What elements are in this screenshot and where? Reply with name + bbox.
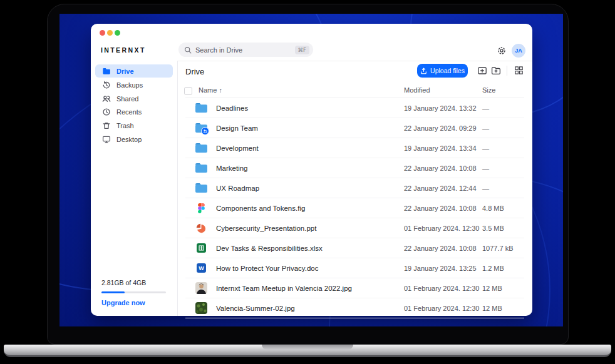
laptop-screen-bezel: INTERNXT Search in Drive ⌘F JA xyxy=(47,4,569,345)
table-row[interactable]: Internxt Team Meetup in Valencia 2022.jp… xyxy=(185,278,524,298)
upload-files-label: Upload files xyxy=(430,67,465,74)
excel-file-icon xyxy=(197,243,206,253)
close-window-button[interactable] xyxy=(100,30,105,36)
settings-button[interactable] xyxy=(497,46,507,56)
upload-files-button[interactable]: Upload files xyxy=(417,64,468,78)
file-modified: 01 February 2024. 12:30 xyxy=(404,305,479,312)
file-name: Development xyxy=(216,144,259,152)
select-all-checkbox[interactable] xyxy=(184,87,192,95)
search-shortcut-badge: ⌘F xyxy=(295,46,309,54)
search-icon xyxy=(184,46,192,54)
trash-icon xyxy=(102,121,111,130)
file-modified: 22 January 2024. 09:29 xyxy=(404,124,477,132)
file-modified: 22 January 2024. 10:08 xyxy=(404,245,477,252)
shared-badge-icon xyxy=(201,127,209,135)
gear-icon xyxy=(497,46,507,56)
upload-icon xyxy=(420,68,427,74)
table-row[interactable]: Design Team 22 January 2024. 09:29 — xyxy=(185,118,524,138)
file-size: 12 MB xyxy=(482,305,502,312)
topbar-divider xyxy=(177,61,532,61)
file-name: Marketing xyxy=(216,164,248,172)
file-size: — xyxy=(482,104,489,112)
table-row[interactable]: Dev Tasks & Responsibilities.xlsx 22 Jan… xyxy=(185,238,524,258)
sidebar-item-drive[interactable]: Drive xyxy=(95,64,173,78)
file-size: — xyxy=(482,185,489,192)
new-folder-icon xyxy=(491,66,501,76)
sidebar-item-shared[interactable]: Shared xyxy=(95,92,173,105)
figma-file-icon xyxy=(198,203,205,213)
powerpoint-file-icon xyxy=(196,223,206,233)
folder-icon xyxy=(195,183,208,193)
toolbar-divider xyxy=(507,66,507,76)
file-modified: 19 January 2024. 13:25 xyxy=(404,265,477,272)
folder-icon xyxy=(195,143,208,153)
people-icon xyxy=(102,94,111,103)
sidebar-item-label: Drive xyxy=(116,68,134,75)
sidebar-item-recents[interactable]: Recents xyxy=(95,105,173,118)
file-size: — xyxy=(482,124,489,132)
grid-view-icon xyxy=(514,66,524,75)
zoom-window-button[interactable] xyxy=(115,30,120,36)
column-header-modified[interactable]: Modified xyxy=(404,86,430,94)
new-folder-square-icon xyxy=(477,66,487,76)
file-modified: 19 January 2024. 13:32 xyxy=(404,104,477,112)
file-name: Dev Tasks & Responsibilities.xlsx xyxy=(216,245,323,252)
sidebar-item-trash[interactable]: Trash xyxy=(95,119,173,132)
sidebar-item-label: Backups xyxy=(116,81,143,89)
sidebar-item-backups[interactable]: Backups xyxy=(95,78,173,91)
file-name: Internxt Team Meetup in Valencia 2022.jp… xyxy=(216,285,352,292)
minimize-window-button[interactable] xyxy=(107,30,113,36)
file-name: Design Team xyxy=(216,124,258,132)
table-row[interactable]: Valencia-Summer-02.jpg 01 February 2024.… xyxy=(185,298,524,318)
file-size: 1.2 MB xyxy=(482,265,504,272)
table-row[interactable]: Development 19 January 2024. 13:34 — xyxy=(185,138,524,158)
laptop-lid-notch xyxy=(262,345,353,350)
storage-usage-text: 2.81GB of 4GB xyxy=(101,279,146,286)
upgrade-now-link[interactable]: Upgrade now xyxy=(101,299,145,306)
file-modified: 01 February 2024. 12:30 xyxy=(404,225,479,232)
file-size: 1077.7 kB xyxy=(482,245,514,252)
file-name: UX Roadmap xyxy=(216,185,259,192)
new-folder-square-button[interactable] xyxy=(477,66,487,76)
table-row[interactable]: Deadlines 19 January 2024. 13:32 — xyxy=(185,98,524,118)
table-row[interactable]: Components and Tokens.fig 22 January 202… xyxy=(185,198,524,218)
word-file-icon: W xyxy=(197,263,206,273)
file-name: How to Protect Your Privacy.doc xyxy=(216,265,318,272)
storage-progress-bar xyxy=(101,291,166,293)
avatar[interactable]: JA xyxy=(512,44,525,58)
new-folder-button[interactable] xyxy=(491,66,501,76)
table-row[interactable]: UX Roadmap 22 January 2024. 12:44 — xyxy=(185,178,524,198)
internxt-logo: INTERNXT xyxy=(101,46,146,54)
column-header-size[interactable]: Size xyxy=(482,86,495,94)
table-row[interactable]: Cybersecurity_Presentation.ppt 01 Februa… xyxy=(185,218,524,238)
file-modified: 01 February 2024. 12:30 xyxy=(404,285,479,292)
clock-icon xyxy=(102,108,111,116)
column-header-name[interactable]: Name ↑ xyxy=(199,86,222,94)
sidebar-divider xyxy=(177,61,178,316)
sidebar-item-label: Desktop xyxy=(116,136,142,143)
search-input[interactable]: Search in Drive ⌘F xyxy=(178,43,313,57)
file-size: — xyxy=(482,144,489,152)
folder-icon xyxy=(195,163,208,173)
sidebar-item-label: Trash xyxy=(116,122,134,129)
folder-icon xyxy=(102,67,111,76)
svg-text:W: W xyxy=(199,265,204,271)
table-row[interactable]: W How to Protect Your Privacy.doc 19 Jan… xyxy=(185,258,524,278)
photo-thumbnail-leaves xyxy=(195,302,207,314)
file-name: Valencia-Summer-02.jpg xyxy=(216,305,295,312)
laptop-base xyxy=(4,345,611,357)
file-modified: 19 January 2024. 13:34 xyxy=(404,144,477,152)
file-size: 4.8 MB xyxy=(482,205,504,212)
page-title: Drive xyxy=(185,67,204,76)
file-size: — xyxy=(482,164,489,172)
sidebar-item-desktop[interactable]: Desktop xyxy=(95,133,173,146)
table-row[interactable]: Marketing 22 January 2024. 10:08 — xyxy=(185,158,524,178)
file-list: Deadlines 19 January 2024. 13:32 — xyxy=(185,98,524,318)
file-size: 12 MB xyxy=(482,285,502,292)
grid-view-button[interactable] xyxy=(514,66,524,76)
file-size: 3.5 MB xyxy=(482,225,504,232)
desktop-icon xyxy=(102,135,111,144)
backup-clock-icon xyxy=(102,81,111,89)
folder-icon xyxy=(195,103,208,113)
file-modified: 22 January 2024. 12:44 xyxy=(404,185,477,192)
